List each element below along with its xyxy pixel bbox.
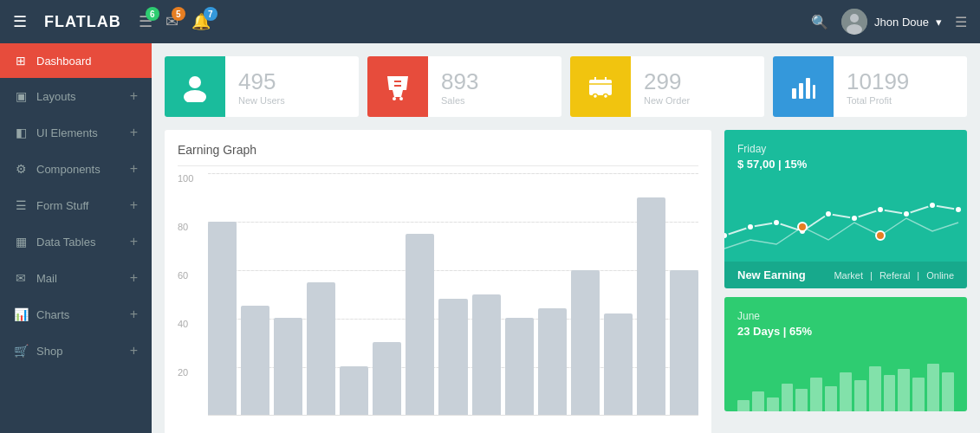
- sidebar-item-layouts[interactable]: ▣ Layouts +: [0, 78, 152, 114]
- stat-icon-order: [570, 56, 631, 117]
- search-icon[interactable]: 🔍: [811, 14, 828, 30]
- side-card-line-chart: [724, 184, 967, 262]
- side-card-june-top: June 23 Days | 65%: [724, 297, 967, 351]
- header-right: 🔍 Jhon Doue ▾ ☰: [811, 9, 967, 35]
- mini-bar-0: [737, 400, 750, 411]
- side-card-earning-top: Friday $ 57,00 | 15%: [724, 130, 967, 184]
- side-card-june-amount: 23 Days | 65%: [737, 325, 954, 338]
- sidebar-item-form-stuff[interactable]: ☰ Form Stuff +: [0, 187, 152, 223]
- side-card-june: June 23 Days | 65%: [724, 297, 967, 411]
- stat-label-profit: Total Profit: [847, 95, 909, 106]
- header: ☰ FLATLAB ☰ 6 ✉ 5 🔔 7 🔍: [0, 0, 980, 43]
- logo: FLATLAB: [44, 13, 121, 31]
- stat-info-sales: 893 Sales: [428, 60, 491, 114]
- sidebar-item-dashboard[interactable]: ⊞ Dashboard: [0, 43, 152, 78]
- menu-badge-button[interactable]: ☰ 6: [139, 12, 153, 31]
- sidebar-label-form-stuff: Form Stuff: [36, 199, 88, 212]
- bar-4: [340, 366, 368, 415]
- mini-bar-9: [869, 366, 881, 411]
- layout: ⊞ Dashboard ▣ Layouts + ◧ UI Elements + …: [0, 43, 980, 433]
- link-referal[interactable]: Referal: [879, 270, 910, 281]
- line-chart-svg: [724, 184, 967, 262]
- header-icons: ☰ 6 ✉ 5 🔔 7: [139, 12, 211, 31]
- mini-bar-10: [884, 375, 896, 411]
- bar-chart-container: 100 80 60 40 20: [178, 173, 698, 433]
- side-card-amount: $ 57,00 | 15%: [737, 158, 954, 171]
- mail-badge: 5: [172, 7, 185, 21]
- svg-point-26: [798, 223, 807, 231]
- stat-icon-users: [165, 56, 225, 117]
- svg-point-17: [747, 223, 754, 230]
- sidebar-item-mail[interactable]: ✉ Mail +: [0, 260, 152, 296]
- form-stuff-plus-icon: +: [130, 197, 138, 213]
- bell-badge-button[interactable]: 🔔 7: [191, 12, 211, 31]
- sidebar-label-mail: Mail: [36, 272, 57, 285]
- side-card-links: Market | Referal | Online: [834, 270, 954, 281]
- components-icon: ⚙: [14, 162, 28, 176]
- mini-bar-7: [840, 372, 852, 412]
- svg-point-4: [184, 90, 206, 102]
- stat-card-users: 495 New Users: [165, 56, 359, 117]
- dashboard-icon: ⊞: [14, 54, 28, 68]
- sidebar-item-components[interactable]: ⚙ Components +: [0, 151, 152, 187]
- svg-point-21: [851, 215, 858, 222]
- data-tables-plus-icon: +: [130, 234, 138, 249]
- sidebar-item-charts[interactable]: 📊 Charts +: [0, 296, 152, 333]
- user-dropdown-icon: ▾: [936, 16, 942, 29]
- svg-point-22: [877, 206, 884, 213]
- sidebar-item-shop[interactable]: 🛒 Shop +: [0, 333, 152, 369]
- bar-10: [538, 308, 567, 415]
- stat-icon-profit: [773, 56, 834, 117]
- sidebar-label-ui-elements: UI Elements: [36, 126, 98, 139]
- bar-11: [571, 270, 600, 415]
- svg-rect-12: [792, 88, 796, 99]
- mini-bar-11: [898, 369, 910, 411]
- bar-13: [637, 197, 665, 415]
- y-label-60: 60: [178, 270, 204, 281]
- sidebar-item-data-tables[interactable]: ▦ Data Tables +: [0, 223, 152, 260]
- charts-icon: 📊: [14, 307, 28, 321]
- svg-point-18: [773, 219, 780, 226]
- svg-point-27: [876, 231, 885, 240]
- side-card-day: Friday: [737, 143, 954, 155]
- header-menu-toggle-icon[interactable]: ☰: [955, 14, 967, 30]
- side-card-june-day: June: [737, 310, 954, 322]
- chart-panel: Earning Graph 100 80 60 40 20: [165, 130, 711, 433]
- layouts-icon: ▣: [14, 89, 28, 103]
- menu-badge: 6: [146, 7, 159, 21]
- svg-point-25: [955, 206, 962, 213]
- mail-plus-icon: +: [130, 270, 138, 286]
- bell-badge: 7: [204, 7, 217, 21]
- svg-marker-6: [393, 90, 403, 97]
- link-market[interactable]: Market: [834, 270, 863, 281]
- svg-marker-5: [387, 76, 408, 90]
- svg-point-24: [929, 202, 936, 209]
- side-panels: Friday $ 57,00 | 15%: [724, 130, 967, 433]
- mail-badge-button[interactable]: ✉ 5: [165, 12, 178, 31]
- svg-point-8: [399, 97, 403, 100]
- chart-title: Earning Graph: [178, 143, 698, 157]
- sidebar: ⊞ Dashboard ▣ Layouts + ◧ UI Elements + …: [0, 43, 152, 433]
- stat-info-users: 495 New Users: [225, 60, 298, 114]
- bar-6: [406, 234, 434, 415]
- stat-card-sales: 893 Sales: [367, 56, 561, 117]
- bar-2: [274, 318, 302, 415]
- svg-rect-9: [589, 80, 612, 95]
- link-online[interactable]: Online: [926, 270, 954, 281]
- ui-elements-icon: ◧: [14, 126, 28, 139]
- header-left: ☰ FLATLAB ☰ 6 ✉ 5 🔔 7: [13, 12, 211, 31]
- form-stuff-icon: ☰: [14, 198, 28, 212]
- mini-bar-13: [927, 364, 939, 411]
- svg-point-11: [604, 94, 608, 99]
- sidebar-label-dashboard: Dashboard: [36, 55, 92, 68]
- user-area[interactable]: Jhon Doue ▾: [841, 9, 942, 35]
- stat-icon-sales: [367, 56, 428, 117]
- hamburger-icon[interactable]: ☰: [13, 12, 27, 31]
- components-plus-icon: +: [130, 161, 138, 177]
- sidebar-item-ui-elements[interactable]: ◧ UI Elements +: [0, 114, 152, 151]
- side-card-earning-label: New Earning: [737, 268, 806, 281]
- svg-rect-15: [813, 85, 815, 99]
- y-label-40: 40: [178, 319, 204, 329]
- mini-bar-12: [912, 378, 925, 411]
- mini-bar-6: [825, 386, 837, 411]
